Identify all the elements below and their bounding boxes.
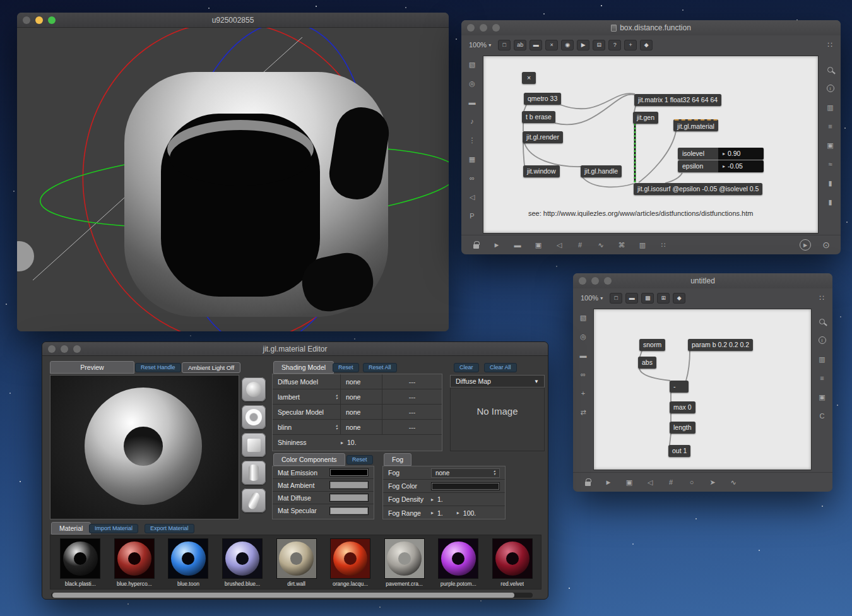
shading-reset-button[interactable]: Reset <box>333 363 359 372</box>
material-thumbnail[interactable] <box>60 538 100 579</box>
material-preview-viewport[interactable] <box>50 375 239 519</box>
mat-specular-swatch[interactable] <box>329 507 369 515</box>
spinner-icon[interactable]: ▴▾ <box>336 394 338 400</box>
object-box-jit-window[interactable]: jit.window <box>523 165 560 177</box>
message-icon[interactable]: ▬ <box>625 293 638 304</box>
fog-range-high[interactable]: 100. <box>463 509 476 517</box>
c-badge-icon[interactable]: C <box>817 411 828 421</box>
attach-icon[interactable]: ∞ <box>466 173 478 183</box>
zoom-level-dropdown[interactable]: 100%▾ <box>469 41 491 49</box>
clear-icon[interactable]: × <box>545 40 558 50</box>
object-box-abs[interactable]: abs <box>638 357 656 369</box>
minimize-button[interactable] <box>35 16 43 24</box>
tab-color-components[interactable]: Color Components <box>273 453 345 466</box>
patcher-canvas[interactable]: snorm param b 0.2 0.2 0.2 abs - max 0 le… <box>593 309 812 470</box>
object-box-param[interactable]: param b 0.2 0.2 0.2 <box>688 339 753 351</box>
columns-icon[interactable]: ▥ <box>825 102 836 112</box>
tab-preview[interactable]: Preview <box>50 361 134 374</box>
new-object-icon[interactable]: □ <box>498 40 511 50</box>
object-box-out[interactable]: out 1 <box>668 445 690 457</box>
export-material-button[interactable]: Export Material <box>145 524 194 533</box>
console-icon[interactable]: ▥ <box>637 240 648 250</box>
shape-cylinder-button[interactable] <box>242 461 266 485</box>
speaker-icon[interactable]: ◁ <box>466 192 478 202</box>
list-icon[interactable]: ≡ <box>825 121 836 131</box>
shading-reset-all-button[interactable]: Reset All <box>363 363 397 372</box>
material-item[interactable]: pavement.cra... <box>378 538 430 589</box>
swap-icon[interactable]: ⇄ <box>577 407 589 417</box>
lock-icon[interactable] <box>582 477 593 487</box>
note-icon[interactable]: ♪ <box>466 116 478 126</box>
close-button[interactable] <box>23 16 30 24</box>
message-icon[interactable]: ▬ <box>530 40 542 50</box>
material-item[interactable]: orange.lacqu... <box>324 538 377 589</box>
isolevel-number[interactable]: 0.90 <box>728 148 740 160</box>
minimize-button[interactable] <box>480 24 487 32</box>
texture-slot[interactable]: none <box>341 389 382 404</box>
render-window-titlebar[interactable]: u925002855 <box>17 13 449 28</box>
patch-cords-icon[interactable]: ∿ <box>728 477 739 487</box>
tab-fog[interactable]: Fog <box>384 453 411 466</box>
material-thumbnail[interactable] <box>222 538 263 579</box>
columns-icon[interactable]: ▥ <box>817 354 828 364</box>
patcher-titlebar[interactable]: box.distance.function <box>461 20 841 35</box>
texture-slot[interactable]: none <box>341 405 382 419</box>
toolbar-grid-icon[interactable]: ∷ <box>819 293 825 302</box>
power-icon[interactable]: ⊙ <box>820 240 832 250</box>
shape-capsule-button[interactable] <box>242 489 266 512</box>
texture-browse-button[interactable]: --- <box>382 378 442 386</box>
object-box-trigger[interactable]: t b erase <box>522 111 555 123</box>
texture-browse-button[interactable]: --- <box>382 424 442 431</box>
material-item[interactable]: dirt.wall <box>270 538 322 589</box>
bang-button-icon[interactable]: ▶ <box>577 40 589 50</box>
fog-range-low[interactable]: 1. <box>437 509 443 517</box>
material-thumbnail[interactable] <box>492 538 533 579</box>
jit-matrix-icon[interactable]: ▩ <box>641 293 654 304</box>
image-icon[interactable]: ▦ <box>466 154 478 164</box>
keyboard-icon[interactable]: ▬ <box>466 97 478 107</box>
mat-ambient-swatch[interactable] <box>329 481 369 489</box>
minimize-button[interactable] <box>591 277 599 285</box>
attach-icon[interactable]: ∞ <box>577 369 589 379</box>
zoom-icon[interactable] <box>825 64 836 74</box>
material-item[interactable]: brushed.blue... <box>216 538 269 589</box>
comment-box[interactable]: see: http://www.iquilezles.org/www/artic… <box>528 210 753 217</box>
jitter-cube-icon[interactable]: ▧ <box>466 59 478 69</box>
material-thumbnail[interactable] <box>384 538 425 579</box>
object-box-qmetro[interactable]: qmetro 33 <box>524 93 561 105</box>
diffuse-map-dropdown[interactable]: Diffuse Map ▼ <box>450 375 545 388</box>
add-icon[interactable]: + <box>624 40 637 50</box>
patcher-titlebar[interactable]: untitled <box>573 273 832 288</box>
audio-icon[interactable]: ◁ <box>644 477 656 487</box>
dotgrid-icon[interactable]: ∷ <box>658 240 669 250</box>
scrollbar-thumb[interactable] <box>52 593 514 598</box>
object-box-clear[interactable]: × <box>522 72 536 84</box>
shape-sphere-button[interactable] <box>242 377 266 401</box>
tools-icon[interactable]: ⌘ <box>616 240 627 250</box>
fog-density-value[interactable]: 1. <box>437 495 443 503</box>
close-button[interactable] <box>467 24 475 32</box>
clear-all-button[interactable]: Clear All <box>484 363 517 372</box>
material-item[interactable]: purple.potom... <box>432 538 485 589</box>
zoom-button[interactable] <box>48 16 56 24</box>
opengl-viewport[interactable] <box>17 28 449 331</box>
meter-icon[interactable]: ▮ <box>825 197 836 207</box>
keyboard-icon[interactable]: ▬ <box>577 350 589 360</box>
layers-icon[interactable]: ▣ <box>624 477 635 487</box>
circle-icon[interactable]: ○ <box>686 477 697 487</box>
zoom-icon[interactable] <box>817 316 828 326</box>
attrui-epsilon-value[interactable]: ▸-0.05 <box>718 160 764 172</box>
grid-icon[interactable]: # <box>665 477 677 487</box>
object-box-jit-gen[interactable]: jit.gen <box>633 112 658 124</box>
texture-browse-button[interactable]: --- <box>382 393 442 401</box>
mat-diffuse-swatch[interactable] <box>329 494 369 502</box>
record-icon[interactable]: ◎ <box>577 331 589 341</box>
zoom-level-dropdown[interactable]: 100%▾ <box>581 294 603 302</box>
camera-icon[interactable]: ▣ <box>825 140 836 150</box>
shininess-value[interactable]: 10. <box>347 439 357 446</box>
shape-cube-button[interactable] <box>242 433 266 457</box>
paint-bucket-icon[interactable]: ◆ <box>673 293 685 304</box>
plugin-icon[interactable]: P <box>466 211 478 221</box>
zoom-button[interactable] <box>604 277 612 285</box>
mat-emission-swatch[interactable] <box>329 468 369 477</box>
